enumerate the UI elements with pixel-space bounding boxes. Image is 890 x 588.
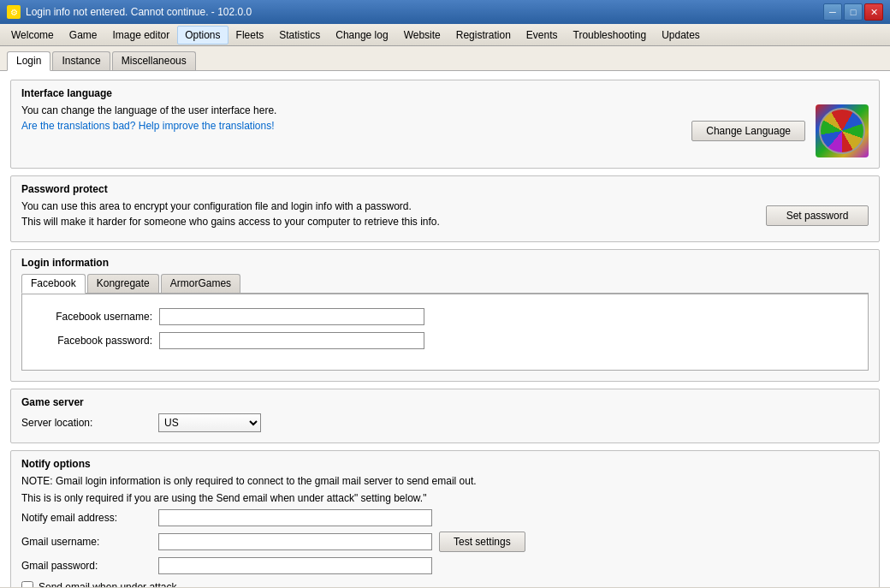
menu-change-log[interactable]: Change log bbox=[328, 26, 395, 45]
facebook-password-row: Facebook password: bbox=[39, 332, 851, 349]
menu-website[interactable]: Website bbox=[396, 26, 448, 45]
menu-statistics[interactable]: Statistics bbox=[271, 26, 328, 45]
password-protect-desc1: You can use this area to encrypt your co… bbox=[21, 200, 440, 212]
notify-options-section: Notify options NOTE: Gmail login informa… bbox=[10, 450, 880, 587]
server-location-row: Server location: US EU Asia bbox=[21, 413, 869, 432]
send-email-label: Send email when under attack bbox=[39, 581, 176, 587]
game-server-title: Game server bbox=[21, 396, 869, 408]
globe-sphere bbox=[819, 108, 865, 154]
facebook-password-input[interactable] bbox=[159, 332, 424, 349]
menu-welcome[interactable]: Welcome bbox=[3, 26, 62, 45]
notify-note2: This is is only required if you are usin… bbox=[21, 492, 869, 504]
window-title: Login info not entered. Cannot continue.… bbox=[26, 6, 252, 18]
send-email-row: Send email when under attack bbox=[21, 581, 869, 587]
title-bar-left: ⚙ Login info not entered. Cannot continu… bbox=[7, 5, 252, 19]
facebook-username-label: Facebook username: bbox=[39, 311, 159, 323]
notify-note1: NOTE: Gmail login information is only re… bbox=[21, 475, 869, 487]
interface-language-title: Interface language bbox=[21, 87, 869, 99]
translations-link[interactable]: Are the translations bad? Help improve t… bbox=[21, 120, 275, 132]
gmail-username-input-group: Test settings bbox=[158, 532, 525, 552]
menu-troubleshooting[interactable]: Troubleshooting bbox=[566, 26, 655, 45]
menu-events[interactable]: Events bbox=[519, 26, 566, 45]
password-protect-desc2: This will make it harder for someone who… bbox=[21, 216, 440, 228]
facebook-password-label: Facebook password: bbox=[39, 335, 159, 347]
notify-options-title: Notify options bbox=[21, 458, 869, 470]
menu-options[interactable]: Options bbox=[177, 26, 228, 45]
gmail-username-row: Gmail username: Test settings bbox=[21, 532, 869, 552]
minimize-button[interactable]: ─ bbox=[823, 3, 842, 21]
notify-email-input[interactable] bbox=[158, 509, 432, 526]
title-controls: ─ □ ✕ bbox=[823, 3, 883, 21]
close-button[interactable]: ✕ bbox=[864, 3, 883, 21]
tab-instance[interactable]: Instance bbox=[52, 51, 110, 70]
interface-language-section: Interface language You can change the la… bbox=[10, 80, 880, 169]
interface-language-content: You can change the language of the user … bbox=[21, 104, 276, 132]
gmail-username-input[interactable] bbox=[158, 533, 432, 550]
server-location-label: Server location: bbox=[21, 417, 158, 429]
password-protect-section: Password protect You can use this area t… bbox=[10, 175, 880, 242]
facebook-username-input[interactable] bbox=[159, 308, 424, 325]
tab-login[interactable]: Login bbox=[7, 51, 50, 71]
app-icon: ⚙ bbox=[7, 5, 21, 19]
interface-language-controls: Change Language bbox=[691, 104, 869, 157]
menu-registration[interactable]: Registration bbox=[448, 26, 519, 45]
game-server-section: Game server Server location: US EU Asia bbox=[10, 389, 880, 443]
server-location-select[interactable]: US EU Asia bbox=[158, 413, 261, 432]
facebook-username-row: Facebook username: bbox=[39, 308, 851, 325]
menu-game[interactable]: Game bbox=[62, 26, 105, 45]
menu-fleets[interactable]: Fleets bbox=[228, 26, 272, 45]
password-protect-row: You can use this area to encrypt your co… bbox=[21, 200, 869, 231]
title-bar: ⚙ Login info not entered. Cannot continu… bbox=[0, 0, 890, 24]
inner-tab-bar: Facebook Kongregate ArmorGames bbox=[21, 274, 869, 294]
main-content: Interface language You can change the la… bbox=[0, 71, 890, 587]
gmail-password-row: Gmail password: bbox=[21, 557, 869, 574]
menu-bar: Welcome Game Image editor Options Fleets… bbox=[0, 24, 890, 46]
interface-language-description: You can change the language of the user … bbox=[21, 104, 276, 116]
globe-icon bbox=[816, 104, 869, 157]
tab-miscellaneous[interactable]: Miscellaneous bbox=[112, 51, 196, 70]
maximize-button[interactable]: □ bbox=[844, 3, 863, 21]
notify-email-label: Notify email address: bbox=[21, 512, 158, 524]
options-tab-bar: Login Instance Miscellaneous bbox=[0, 46, 890, 71]
gmail-password-label: Gmail password: bbox=[21, 560, 158, 572]
login-form-box: Facebook username: Facebook password: bbox=[21, 294, 869, 371]
inner-tab-armorgames[interactable]: ArmorGames bbox=[161, 274, 240, 293]
gmail-username-label: Gmail username: bbox=[21, 536, 158, 548]
set-password-button[interactable]: Set password bbox=[766, 205, 869, 226]
inner-tab-kongregate[interactable]: Kongregate bbox=[87, 274, 159, 293]
menu-image-editor[interactable]: Image editor bbox=[104, 26, 177, 45]
menu-updates[interactable]: Updates bbox=[654, 26, 708, 45]
interface-language-row: You can change the language of the user … bbox=[21, 104, 869, 157]
password-protect-title: Password protect bbox=[21, 183, 869, 195]
test-settings-button[interactable]: Test settings bbox=[439, 532, 525, 552]
notify-email-row: Notify email address: bbox=[21, 509, 869, 526]
gmail-password-input[interactable] bbox=[158, 557, 432, 574]
inner-tab-facebook[interactable]: Facebook bbox=[21, 274, 86, 294]
login-information-section: Login information Facebook Kongregate Ar… bbox=[10, 249, 880, 382]
change-language-button[interactable]: Change Language bbox=[691, 121, 805, 141]
send-email-checkbox[interactable] bbox=[21, 581, 33, 587]
password-protect-content: You can use this area to encrypt your co… bbox=[21, 200, 440, 231]
login-information-title: Login information bbox=[21, 257, 869, 269]
